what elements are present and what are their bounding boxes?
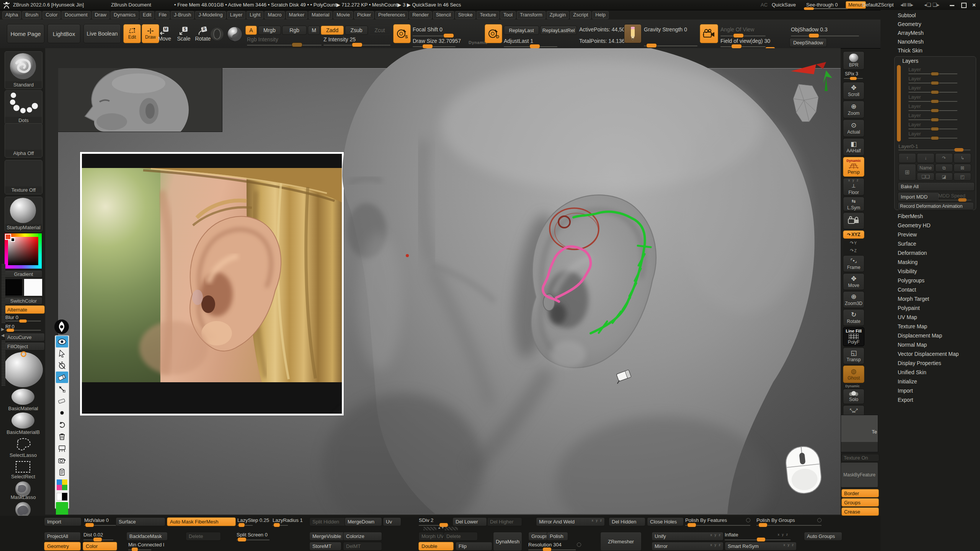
zremesher-button[interactable]: ZRemesher (600, 532, 642, 551)
split-layer-button[interactable]: ◪ (935, 173, 953, 181)
eye-icon[interactable] (56, 336, 68, 347)
current-stroke-dots[interactable]: Dots (5, 90, 42, 125)
scroll-marker[interactable] (423, 527, 436, 530)
mirror-button[interactable]: Mirrorx y z (652, 542, 724, 551)
menu-stencil[interactable]: Stencil (433, 11, 454, 19)
panel-item-texture-map[interactable]: Texture Map (898, 323, 927, 329)
color-picker[interactable] (5, 233, 42, 269)
dynamic-size-icon-button[interactable]: D (485, 24, 502, 43)
edit-button[interactable]: Edit (123, 24, 141, 43)
material-basicmaterial[interactable] (11, 389, 34, 405)
menu-alpha[interactable]: Alpha (2, 11, 21, 19)
panel-item-initialize[interactable]: Initialize (898, 378, 917, 385)
menu-light[interactable]: Light (247, 11, 263, 19)
new-layer-button[interactable]: ⊞ (898, 164, 916, 181)
backfacemask-button[interactable]: BackfaceMask (126, 532, 168, 541)
panel-item-displacement-map[interactable]: Displacement Map (898, 333, 942, 339)
hue-edge-right[interactable] (38, 233, 42, 269)
undo-icon[interactable] (56, 419, 68, 430)
divider-collapse-icon[interactable]: ◂ǀǀǀǀ ǀǀǀǀ▸ (900, 2, 913, 8)
camera-button[interactable] (700, 24, 718, 43)
auto-groups-button[interactable]: Auto Groups (804, 532, 842, 541)
focal-shift-slider[interactable]: Focal Shift 0 (413, 26, 452, 36)
layer-down-button[interactable]: ↓ (917, 153, 934, 163)
z-intensity-slider[interactable]: Z Intensity 25 (323, 36, 390, 46)
tool-preview-sphere[interactable] (3, 352, 43, 387)
ac-toggle[interactable]: AC (761, 2, 768, 8)
board-icon[interactable] (56, 443, 68, 454)
tray-scroll-grip-bottom[interactable] (2, 341, 5, 386)
dot-icon[interactable] (56, 407, 68, 419)
menu-jmodeling[interactable]: J-Modeling (195, 11, 226, 19)
crease-button[interactable]: Crease (841, 507, 879, 516)
delmt-button[interactable]: DelMT (343, 542, 382, 551)
duplicate-layer-button[interactable]: ⧉ (935, 164, 953, 172)
panel-item-vector-displacement-map[interactable]: Vector Displacement Map (898, 351, 959, 357)
see-through-slider[interactable] (804, 8, 848, 9)
rgb-channel-a-toggle[interactable]: A (245, 26, 257, 35)
switch-color-button[interactable]: SwitchColor (5, 297, 42, 305)
auto-mask-fibermesh-button[interactable]: Auto Mask FiberMesh (167, 517, 236, 526)
menu-marker[interactable]: Marker (286, 11, 307, 19)
menu-edit[interactable]: Edit (140, 11, 154, 19)
panel-item-display-properties[interactable]: Display Properties (898, 360, 941, 366)
zadd-button[interactable]: Zadd (321, 26, 344, 35)
m-channel-toggle[interactable]: M (308, 26, 320, 35)
record-deformation-button[interactable]: Record Deformation Animation (898, 202, 974, 210)
menu-transform[interactable]: Transform (517, 11, 546, 19)
mdd-speed-slider[interactable]: MDD Speed (938, 192, 971, 201)
delete-layer-button[interactable]: ⊠ (954, 164, 971, 172)
adjust-last-slider[interactable]: AdjustLast 1 (504, 38, 557, 47)
panel-item-arraymesh[interactable]: ArrayMesh (898, 30, 924, 36)
current-material-icon[interactable] (227, 26, 243, 42)
mergedown-button[interactable]: MergeDown (345, 517, 382, 526)
panel-item-geometry[interactable]: Geometry (898, 21, 921, 27)
menu-layer[interactable]: Layer (227, 11, 246, 19)
field-of-view-slider[interactable]: Field of view(deg) 30 (720, 38, 782, 47)
blur-slider[interactable]: Blur 0 (5, 315, 41, 321)
sculpt-canvas[interactable] (45, 48, 841, 515)
tray-scroll-grip-top[interactable] (2, 264, 5, 324)
hue-edge-bottom[interactable] (5, 265, 42, 269)
del-hidden-button[interactable]: Del Hidden (609, 517, 645, 526)
scroll-marker2[interactable] (445, 527, 458, 530)
layer-row[interactable]: Layer (908, 121, 958, 128)
rf-slider[interactable]: Rf 0 (5, 324, 41, 331)
bw-colors-swatch[interactable] (56, 492, 68, 502)
texture-on-button[interactable]: Texture On (841, 454, 879, 461)
menu-color[interactable]: Color (42, 11, 60, 19)
material-basicmaterialb[interactable] (11, 412, 34, 429)
menu-brush[interactable]: Brush (22, 11, 41, 19)
spotlight-pin-icon[interactable] (54, 319, 70, 334)
window-layout-icon[interactable]: ◂❏ ❏▸ (924, 2, 939, 8)
layer-up-button[interactable]: ↑ (898, 153, 916, 163)
quicksave-button[interactable]: QuickSave (772, 2, 796, 8)
panel-item-polygroups[interactable]: Polygroups (898, 277, 924, 284)
active-layer-slider[interactable]: Layer0-1 (898, 143, 970, 150)
menu-movie[interactable]: Movie (333, 11, 353, 19)
del-higher-button[interactable]: Del Higher (487, 517, 522, 526)
colorize-button[interactable]: Colorize (343, 532, 382, 541)
minimize-button[interactable] (950, 5, 954, 6)
menu-zplugin[interactable]: Zplugin (547, 11, 569, 19)
panel-item-masking[interactable]: Masking (898, 259, 918, 265)
border-button[interactable]: Border (841, 489, 879, 497)
panel-item-thickskin[interactable]: Thick Skin (898, 47, 923, 54)
layer-row[interactable]: Layer (908, 84, 958, 91)
geometry-mode-button[interactable]: Geometry (44, 542, 81, 551)
invert-layer-button[interactable]: ◰ (954, 173, 971, 181)
panel-item-unified-skin[interactable]: Unified Skin (898, 369, 926, 375)
panel-item-geometry-hd[interactable]: Geometry HD (898, 222, 931, 228)
del-lower-button[interactable]: Del Lower (452, 517, 487, 526)
groups-button[interactable]: Groups (841, 498, 879, 507)
import-mdd-button[interactable]: Import MDD (898, 192, 939, 201)
current-material-startup[interactable]: StartupMaterial (5, 197, 42, 232)
palette-colors-swatch[interactable] (56, 478, 68, 491)
menu-material[interactable]: Material (309, 11, 332, 19)
menu-texture[interactable]: Texture (477, 11, 499, 19)
panel-item-uv-map[interactable]: UV Map (898, 314, 917, 320)
menu-stroke[interactable]: Stroke (455, 11, 476, 19)
sculpt-head-model[interactable] (45, 48, 841, 515)
mirror-and-weld-button[interactable]: Mirror And Weldx y z (536, 517, 605, 526)
resolution-slider[interactable]: Resolution 304 (528, 542, 576, 550)
